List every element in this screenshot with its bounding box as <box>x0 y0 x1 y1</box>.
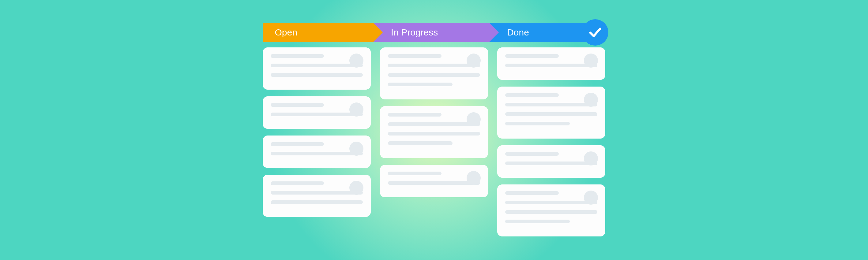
card-avatar-icon <box>349 181 364 195</box>
card-avatar-icon <box>467 112 481 126</box>
card-line-placeholder <box>505 162 597 165</box>
card-line-placeholder <box>505 122 570 125</box>
card-line-placeholder <box>388 132 480 135</box>
card-avatar-icon <box>584 152 598 165</box>
card-line-placeholder <box>271 112 363 116</box>
card-line-placeholder <box>505 54 559 58</box>
column-header-in-progress[interactable]: In Progress <box>373 23 489 42</box>
kanban-card[interactable] <box>263 175 371 217</box>
kanban-card[interactable] <box>380 165 488 197</box>
card-line-placeholder <box>505 220 570 223</box>
kanban-card[interactable] <box>263 96 371 129</box>
card-avatar-icon <box>584 54 598 68</box>
column-open <box>263 47 371 236</box>
card-line-placeholder <box>271 64 363 67</box>
card-line-placeholder <box>271 191 363 195</box>
column-label: Open <box>275 27 297 38</box>
columns-container <box>263 47 606 236</box>
card-avatar-icon <box>349 102 364 117</box>
kanban-card[interactable] <box>497 87 605 138</box>
card-line-placeholder <box>388 181 480 185</box>
card-line-placeholder <box>271 152 363 155</box>
card-line-placeholder <box>271 200 363 204</box>
card-avatar-icon <box>584 93 598 107</box>
kanban-card[interactable] <box>497 145 605 178</box>
card-line-placeholder <box>505 210 597 214</box>
kanban-card[interactable] <box>497 47 605 80</box>
card-avatar-icon <box>467 54 481 68</box>
card-line-placeholder <box>388 54 441 58</box>
kanban-card[interactable] <box>263 47 371 90</box>
card-avatar-icon <box>349 54 364 68</box>
card-line-placeholder <box>505 112 597 116</box>
done-badge <box>582 19 608 45</box>
card-line-placeholder <box>505 152 559 156</box>
kanban-card[interactable] <box>380 106 488 158</box>
card-line-placeholder <box>505 191 559 195</box>
kanban-card[interactable] <box>380 47 488 99</box>
card-line-placeholder <box>388 83 453 86</box>
column-in-progress <box>380 47 488 236</box>
column-header-done[interactable]: Done <box>489 23 605 42</box>
card-line-placeholder <box>388 141 453 145</box>
card-line-placeholder <box>271 73 363 77</box>
card-line-placeholder <box>271 182 324 185</box>
card-line-placeholder <box>388 73 480 77</box>
card-avatar-icon <box>349 142 364 156</box>
kanban-board: Open In Progress Done <box>263 23 606 236</box>
column-headers: Open In Progress Done <box>263 23 606 42</box>
card-avatar-icon <box>584 191 598 205</box>
card-line-placeholder <box>388 122 480 126</box>
card-line-placeholder <box>505 201 597 204</box>
card-line-placeholder <box>505 64 597 67</box>
card-line-placeholder <box>388 172 441 175</box>
column-label: Done <box>507 27 529 38</box>
column-header-open[interactable]: Open <box>263 23 373 42</box>
card-line-placeholder <box>388 64 480 67</box>
card-line-placeholder <box>271 54 324 58</box>
card-line-placeholder <box>505 93 559 97</box>
card-line-placeholder <box>388 113 441 117</box>
card-line-placeholder <box>271 142 324 146</box>
card-line-placeholder <box>271 103 324 107</box>
checkmark-icon <box>588 25 602 40</box>
card-line-placeholder <box>505 103 597 106</box>
card-avatar-icon <box>467 171 481 185</box>
column-label: In Progress <box>391 27 438 38</box>
kanban-card[interactable] <box>497 185 605 236</box>
kanban-card[interactable] <box>263 135 371 168</box>
column-done <box>497 47 605 236</box>
